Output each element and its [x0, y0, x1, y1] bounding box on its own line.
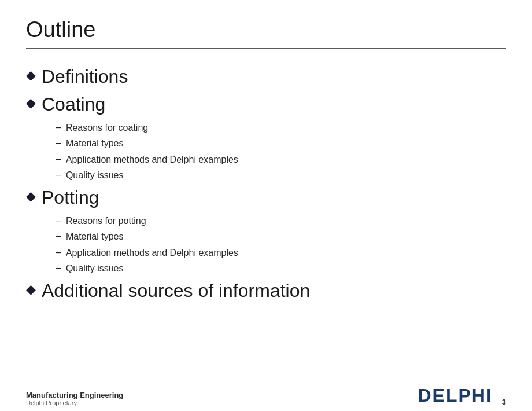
- footer-company: Manufacturing Engineering: [26, 391, 418, 399]
- sub-label-potting-applications: Application methods and Delphi examples: [66, 247, 238, 259]
- sub-label-coating-materials: Material types: [66, 137, 124, 150]
- main-item-additional: ◆Additional sources of information: [26, 280, 506, 302]
- slide: Outline ◆Definitions◆Coating–Reasons for…: [0, 0, 532, 411]
- sub-dash-icon: –: [56, 138, 61, 148]
- delphi-logo: DELPHI: [418, 385, 492, 406]
- sub-label-potting-reasons: Reasons for potting: [66, 215, 146, 227]
- sub-item-coating-reasons: –Reasons for coating: [56, 122, 506, 134]
- sub-label-potting-materials: Material types: [66, 230, 124, 243]
- sub-item-potting-applications: –Application methods and Delphi examples: [56, 247, 506, 259]
- main-label-potting: Potting: [42, 186, 99, 208]
- main-item-definitions: ◆Definitions: [26, 65, 506, 87]
- sub-items-potting: –Reasons for potting–Material types–Appl…: [56, 215, 506, 276]
- bullet-diamond-icon: ◆: [26, 96, 36, 111]
- main-item-coating: ◆Coating: [26, 93, 506, 115]
- sub-dash-icon: –: [56, 215, 61, 226]
- page-number: 3: [502, 398, 506, 406]
- sub-dash-icon: –: [56, 170, 61, 180]
- title-area: Outline: [26, 17, 506, 49]
- sub-dash-icon: –: [56, 247, 61, 258]
- sub-label-coating-applications: Application methods and Delphi examples: [66, 153, 238, 166]
- content-area: ◆Definitions◆Coating–Reasons for coating…: [26, 60, 506, 302]
- main-label-coating: Coating: [42, 93, 105, 115]
- sub-dash-icon: –: [56, 122, 61, 133]
- sub-item-coating-materials: –Material types: [56, 137, 506, 150]
- sub-dash-icon: –: [56, 154, 61, 164]
- bullet-diamond-icon: ◆: [26, 68, 36, 83]
- bullet-diamond-icon: ◆: [26, 189, 36, 204]
- footer-right: DELPHI 3: [418, 385, 506, 406]
- main-label-definitions: Definitions: [42, 65, 128, 87]
- sub-item-coating-applications: –Application methods and Delphi examples: [56, 153, 506, 166]
- sub-items-coating: –Reasons for coating–Material types–Appl…: [56, 122, 506, 182]
- sub-label-coating-reasons: Reasons for coating: [66, 122, 148, 134]
- footer-left: Manufacturing Engineering Delphi Proprie…: [26, 391, 418, 406]
- delphi-logo-text: DELPHI: [418, 385, 492, 406]
- main-label-additional: Additional sources of information: [42, 280, 310, 302]
- sub-label-potting-quality: Quality issues: [66, 262, 124, 275]
- sub-item-potting-materials: –Material types: [56, 230, 506, 243]
- sub-dash-icon: –: [56, 263, 61, 273]
- sub-item-coating-quality: –Quality issues: [56, 169, 506, 182]
- sub-dash-icon: –: [56, 231, 61, 241]
- main-item-potting: ◆Potting: [26, 186, 506, 208]
- footer: Manufacturing Engineering Delphi Proprie…: [0, 381, 532, 411]
- bullet-diamond-icon: ◆: [26, 282, 36, 297]
- sub-item-potting-reasons: –Reasons for potting: [56, 215, 506, 227]
- slide-title: Outline: [26, 17, 506, 49]
- sub-item-potting-quality: –Quality issues: [56, 262, 506, 275]
- sub-label-coating-quality: Quality issues: [66, 169, 124, 182]
- footer-proprietary: Delphi Proprietary: [26, 399, 418, 406]
